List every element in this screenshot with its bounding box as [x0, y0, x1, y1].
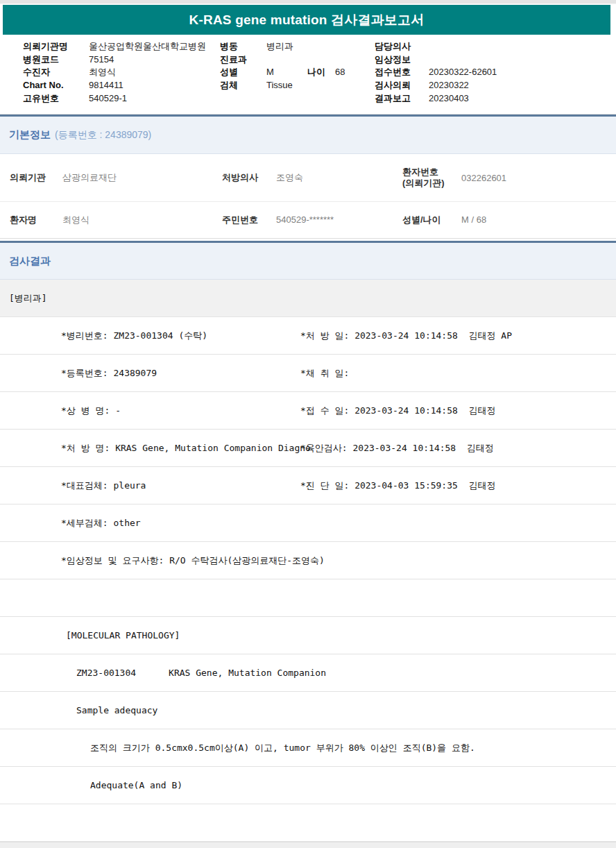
unique-no-label: 고유번호 — [23, 92, 59, 105]
result-row-empty — [0, 804, 616, 842]
footer-strip — [0, 842, 616, 848]
result-row-adequacy-criteria: 조직의 크기가 0.5cmx0.5cm이상(A) 이고, tumor 부위가 8… — [0, 729, 616, 767]
representative-specimen: *대표검체: pleura — [61, 467, 146, 504]
result-row-prescription-name: *처 방 명: KRAS Gene, Mutation Companion Di… — [0, 430, 616, 467]
result-row-registration-no: *등록번호: 24389079 *채 취 일: — [0, 355, 616, 392]
request-date-label: 검사의뢰 — [375, 79, 411, 92]
ward-value: 병리과 — [266, 40, 293, 53]
result-row-molecular-pathology: [MOLECULAR PATHOLOGY] — [0, 617, 616, 654]
adequacy-result: Adequate(A and B) — [90, 767, 182, 804]
basic-info-registration-no: (등록번호 : 24389079) — [55, 129, 151, 142]
ward-label: 병동 — [220, 40, 238, 53]
sample-adequacy-heading: Sample adequacy — [76, 692, 157, 729]
request-date-value: 20230322 — [429, 79, 469, 92]
window-top-strip — [0, 0, 616, 4]
referring-org-value: 삼광의료재단 — [62, 154, 117, 201]
patient-no-value: 032262601 — [461, 154, 506, 201]
report-date-value: 20230403 — [429, 92, 469, 105]
chart-no-value: 9814411 — [89, 79, 123, 92]
patient-no-label-line1: 환자번호 — [402, 167, 438, 177]
result-row-sample-adequacy: Sample adequacy — [0, 692, 616, 729]
detail-specimen: *세부검체: other — [61, 504, 141, 541]
receipt-no-value: 20230322-62601 — [429, 66, 497, 78]
age-label: 나이 — [307, 66, 325, 78]
result-row-test-name: ZM23-001304 KRAS Gene, Mutation Companio… — [0, 654, 616, 692]
prescribing-doctor-value: 조영숙 — [276, 154, 303, 201]
department-band: [병리과] — [0, 280, 616, 317]
resident-no-value: 540529-******* — [276, 201, 334, 238]
basic-info-section-header: 기본정보 (등록번호 : 24389079) — [0, 115, 616, 154]
basic-info-title: 기본정보 — [9, 128, 51, 142]
sex-age-label: 성별/나이 — [402, 201, 441, 238]
diagnosis-date: *진 단 일: 2023-04-03 15:59:35 김태정 — [300, 467, 496, 504]
results-section-header: 검사결과 — [0, 241, 616, 280]
result-row-clinical-request: *임상정보 및 요구사항: R/O 수탁검사(삼광의료재단-조영숙) — [0, 542, 616, 579]
gross-exam-date: *육안검사: 2023-03-24 10:14:58 김태정 — [300, 430, 494, 466]
result-row-adequacy-result: Adequate(A and B) — [0, 767, 616, 804]
attending-doctor-label: 담당의사 — [375, 40, 411, 53]
result-row-pathology-no: *병리번호: ZM23-001304 (수탁) *처 방 일: 2023-03-… — [0, 317, 616, 355]
report-title-banner: K-RAS gene mutation 검사결과보고서 — [3, 5, 610, 35]
result-row-representative-specimen: *대표검체: pleura *진 단 일: 2023-04-03 15:59:3… — [0, 467, 616, 504]
examinee-value: 최영식 — [89, 66, 116, 78]
molecular-pathology-heading: [MOLECULAR PATHOLOGY] — [66, 617, 180, 654]
patient-no-label-line2: (의뢰기관) — [402, 178, 445, 188]
patient-name-label: 환자명 — [10, 201, 37, 238]
hospital-code-label: 병원코드 — [23, 53, 59, 66]
diagnosis-name: *상 병 명: - — [61, 392, 121, 429]
unique-no-value: 540529-1 — [89, 92, 127, 105]
department-name: [병리과] — [9, 292, 47, 305]
receipt-no-label: 접수번호 — [375, 66, 411, 78]
report-page: K-RAS gene mutation 검사결과보고서 의뢰기관명 울산공업학원… — [0, 0, 616, 848]
specimen-label: 검체 — [220, 79, 238, 92]
sex-label: 성별 — [220, 66, 238, 78]
chart-no-label: Chart No. — [23, 79, 64, 92]
referring-org-label: 의뢰기관 — [10, 154, 46, 201]
report-date-label: 결과보고 — [375, 92, 411, 105]
adequacy-criteria: 조직의 크기가 0.5cmx0.5cm이상(A) 이고, tumor 부위가 8… — [90, 729, 475, 766]
results-title: 검사결과 — [9, 255, 51, 268]
sex-value: M — [266, 66, 274, 78]
header-info-block: 의뢰기관명 울산공업학원울산대학교병원 병원코드 75154 수진자 최영식 C… — [0, 38, 616, 115]
basic-info-row-1: 의뢰기관 삼광의료재단 처방의사 조영숙 환자번호 (의뢰기관) 0322626… — [0, 154, 616, 202]
collection-date: *채 취 일: — [300, 355, 349, 391]
receipt-date: *접 수 일: 2023-03-24 10:14:58 김태정 — [300, 392, 496, 429]
age-value: 68 — [335, 66, 345, 78]
prescribing-doctor-label: 처방의사 — [222, 154, 258, 201]
patient-no-label: 환자번호 (의뢰기관) — [402, 154, 445, 201]
clinical-request: *임상정보 및 요구사항: R/O 수탁검사(삼광의료재단-조영숙) — [61, 542, 325, 579]
patient-name-value: 최영식 — [62, 201, 89, 238]
result-row-empty — [0, 579, 616, 617]
prescription-date: *처 방 일: 2023-03-24 10:14:58 김태정 AP — [300, 317, 512, 354]
department-label: 진료과 — [220, 53, 247, 66]
hospital-code-value: 75154 — [89, 53, 114, 66]
page-title: K-RAS gene mutation 검사결과보고서 — [189, 11, 425, 29]
test-id-and-name: ZM23-001304 KRAS Gene, Mutation Companio… — [76, 654, 326, 691]
sex-age-value: M / 68 — [461, 201, 486, 238]
result-rows: *병리번호: ZM23-001304 (수탁) *처 방 일: 2023-03-… — [0, 317, 616, 842]
pathology-no: *병리번호: ZM23-001304 (수탁) — [61, 317, 207, 354]
examinee-label: 수진자 — [23, 66, 50, 78]
basic-info-row-2: 환자명 최영식 주민번호 540529-******* 성별/나이 M / 68 — [0, 201, 616, 239]
prescription-name: *처 방 명: KRAS Gene, Mutation Companion Di… — [61, 430, 311, 466]
org-name-value: 울산공업학원울산대학교병원 — [89, 40, 206, 53]
clinical-info-label: 임상정보 — [375, 53, 411, 66]
org-name-label: 의뢰기관명 — [23, 40, 68, 53]
result-row-detail-specimen: *세부검체: other — [0, 504, 616, 542]
result-row-diagnosis-name: *상 병 명: - *접 수 일: 2023-03-24 10:14:58 김태… — [0, 392, 616, 430]
resident-no-label: 주민번호 — [222, 201, 258, 238]
specimen-value: Tissue — [266, 79, 293, 92]
registration-no: *등록번호: 24389079 — [61, 355, 157, 391]
